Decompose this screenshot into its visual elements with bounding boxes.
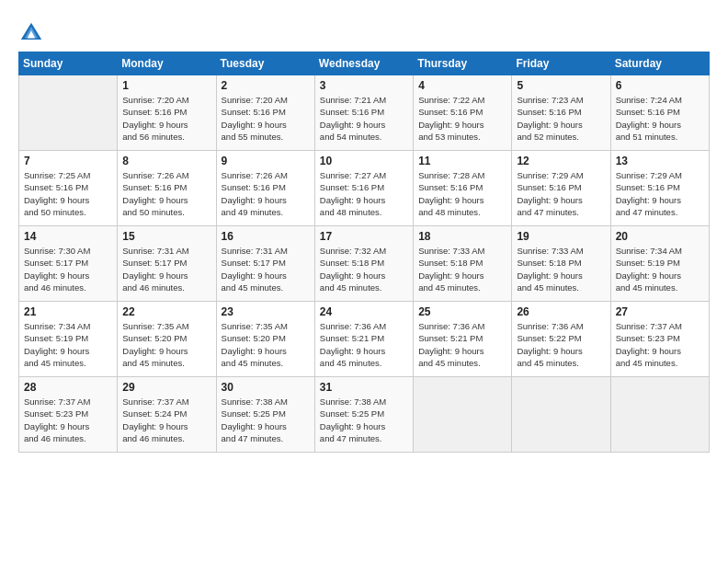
calendar-cell: 10Sunrise: 7:27 AMSunset: 5:16 PMDayligh… (314, 151, 413, 226)
calendar-cell: 3Sunrise: 7:21 AMSunset: 5:16 PMDaylight… (314, 75, 413, 151)
calendar-cell: 30Sunrise: 7:38 AMSunset: 5:25 PMDayligh… (216, 377, 314, 453)
calendar-cell: 23Sunrise: 7:35 AMSunset: 5:20 PMDayligh… (216, 302, 314, 377)
day-number: 11 (418, 155, 506, 167)
calendar-cell: 12Sunrise: 7:29 AMSunset: 5:16 PMDayligh… (512, 151, 610, 226)
day-number: 14 (24, 230, 112, 243)
day-number: 20 (616, 230, 704, 243)
day-info: Sunrise: 7:33 AMSunset: 5:18 PMDaylight:… (418, 245, 506, 293)
day-number: 19 (517, 230, 605, 243)
day-number: 22 (122, 305, 210, 318)
day-number: 2 (222, 79, 310, 92)
calendar-cell: 15Sunrise: 7:31 AMSunset: 5:17 PMDayligh… (118, 226, 216, 302)
day-number: 31 (320, 381, 408, 394)
day-number: 10 (320, 155, 408, 167)
calendar-week-4: 21Sunrise: 7:34 AMSunset: 5:19 PMDayligh… (19, 302, 710, 377)
day-info: Sunrise: 7:31 AMSunset: 5:17 PMDaylight:… (122, 245, 210, 293)
day-info: Sunrise: 7:22 AMSunset: 5:16 PMDaylight:… (418, 94, 506, 143)
day-info: Sunrise: 7:27 AMSunset: 5:16 PMDaylight:… (320, 169, 408, 218)
day-number: 1 (122, 79, 210, 92)
day-number: 24 (320, 305, 408, 318)
day-number: 5 (517, 79, 605, 92)
calendar-cell: 25Sunrise: 7:36 AMSunset: 5:21 PMDayligh… (414, 302, 512, 377)
column-header-saturday: Saturday (610, 52, 709, 75)
day-info: Sunrise: 7:36 AMSunset: 5:21 PMDaylight:… (320, 320, 408, 369)
calendar-cell: 2Sunrise: 7:20 AMSunset: 5:16 PMDaylight… (216, 75, 314, 151)
day-info: Sunrise: 7:29 AMSunset: 5:16 PMDaylight:… (517, 169, 605, 218)
day-number: 25 (418, 305, 506, 318)
day-info: Sunrise: 7:35 AMSunset: 5:20 PMDaylight:… (222, 320, 310, 369)
day-info: Sunrise: 7:36 AMSunset: 5:22 PMDaylight:… (517, 320, 605, 369)
day-number: 23 (222, 305, 310, 318)
column-header-tuesday: Tuesday (216, 52, 314, 75)
logo-icon (18, 20, 44, 46)
day-info: Sunrise: 7:25 AMSunset: 5:16 PMDaylight:… (24, 169, 112, 218)
calendar-cell: 16Sunrise: 7:31 AMSunset: 5:17 PMDayligh… (216, 226, 314, 302)
calendar-cell: 4Sunrise: 7:22 AMSunset: 5:16 PMDaylight… (414, 75, 512, 151)
calendar-cell: 21Sunrise: 7:34 AMSunset: 5:19 PMDayligh… (19, 302, 118, 377)
day-info: Sunrise: 7:38 AMSunset: 5:25 PMDaylight:… (320, 396, 408, 444)
day-number: 12 (517, 155, 605, 167)
day-info: Sunrise: 7:32 AMSunset: 5:18 PMDaylight:… (320, 245, 408, 293)
day-info: Sunrise: 7:37 AMSunset: 5:24 PMDaylight:… (122, 396, 210, 444)
column-header-monday: Monday (118, 52, 216, 75)
day-info: Sunrise: 7:26 AMSunset: 5:16 PMDaylight:… (222, 169, 310, 218)
calendar-cell: 17Sunrise: 7:32 AMSunset: 5:18 PMDayligh… (314, 226, 413, 302)
column-header-wednesday: Wednesday (314, 52, 413, 75)
column-header-sunday: Sunday (19, 52, 118, 75)
calendar-cell: 29Sunrise: 7:37 AMSunset: 5:24 PMDayligh… (118, 377, 216, 453)
calendar-cell: 14Sunrise: 7:30 AMSunset: 5:17 PMDayligh… (19, 226, 118, 302)
calendar-week-1: 1Sunrise: 7:20 AMSunset: 5:16 PMDaylight… (19, 75, 710, 151)
day-number: 8 (122, 155, 210, 167)
day-info: Sunrise: 7:20 AMSunset: 5:16 PMDaylight:… (122, 94, 210, 143)
day-number: 17 (320, 230, 408, 243)
day-number: 28 (24, 381, 112, 394)
day-number: 4 (418, 79, 506, 92)
calendar-table: SundayMondayTuesdayWednesdayThursdayFrid… (18, 52, 710, 453)
calendar-cell: 19Sunrise: 7:33 AMSunset: 5:18 PMDayligh… (512, 226, 610, 302)
day-info: Sunrise: 7:36 AMSunset: 5:21 PMDaylight:… (418, 320, 506, 369)
day-info: Sunrise: 7:24 AMSunset: 5:16 PMDaylight:… (616, 94, 704, 143)
calendar-week-3: 14Sunrise: 7:30 AMSunset: 5:17 PMDayligh… (19, 226, 710, 302)
day-info: Sunrise: 7:35 AMSunset: 5:20 PMDaylight:… (122, 320, 210, 369)
calendar-cell: 9Sunrise: 7:26 AMSunset: 5:16 PMDaylight… (216, 151, 314, 226)
day-info: Sunrise: 7:38 AMSunset: 5:25 PMDaylight:… (222, 396, 310, 444)
day-info: Sunrise: 7:26 AMSunset: 5:16 PMDaylight:… (122, 169, 210, 218)
day-info: Sunrise: 7:28 AMSunset: 5:16 PMDaylight:… (418, 169, 506, 218)
calendar-cell (19, 75, 118, 151)
day-info: Sunrise: 7:33 AMSunset: 5:18 PMDaylight:… (517, 245, 605, 293)
day-info: Sunrise: 7:29 AMSunset: 5:16 PMDaylight:… (616, 169, 704, 218)
day-info: Sunrise: 7:34 AMSunset: 5:19 PMDaylight:… (24, 320, 112, 369)
day-number: 29 (122, 381, 210, 394)
calendar-cell (512, 377, 610, 453)
calendar-week-2: 7Sunrise: 7:25 AMSunset: 5:16 PMDaylight… (19, 151, 710, 226)
day-number: 3 (320, 79, 408, 92)
calendar-cell: 24Sunrise: 7:36 AMSunset: 5:21 PMDayligh… (314, 302, 413, 377)
logo (18, 20, 48, 46)
calendar-cell (610, 377, 709, 453)
calendar-cell: 31Sunrise: 7:38 AMSunset: 5:25 PMDayligh… (314, 377, 413, 453)
calendar-cell: 13Sunrise: 7:29 AMSunset: 5:16 PMDayligh… (610, 151, 709, 226)
day-number: 6 (616, 79, 704, 92)
calendar-week-5: 28Sunrise: 7:37 AMSunset: 5:23 PMDayligh… (19, 377, 710, 453)
calendar-cell: 6Sunrise: 7:24 AMSunset: 5:16 PMDaylight… (610, 75, 709, 151)
day-number: 30 (222, 381, 310, 394)
day-number: 27 (616, 305, 704, 318)
calendar-cell: 5Sunrise: 7:23 AMSunset: 5:16 PMDaylight… (512, 75, 610, 151)
header (18, 17, 710, 46)
day-info: Sunrise: 7:31 AMSunset: 5:17 PMDaylight:… (222, 245, 310, 293)
day-number: 26 (517, 305, 605, 318)
calendar-cell: 20Sunrise: 7:34 AMSunset: 5:19 PMDayligh… (610, 226, 709, 302)
day-info: Sunrise: 7:21 AMSunset: 5:16 PMDaylight:… (320, 94, 408, 143)
day-number: 9 (222, 155, 310, 167)
day-info: Sunrise: 7:23 AMSunset: 5:16 PMDaylight:… (517, 94, 605, 143)
day-info: Sunrise: 7:20 AMSunset: 5:16 PMDaylight:… (222, 94, 310, 143)
day-info: Sunrise: 7:30 AMSunset: 5:17 PMDaylight:… (24, 245, 112, 293)
day-number: 13 (616, 155, 704, 167)
day-info: Sunrise: 7:34 AMSunset: 5:19 PMDaylight:… (616, 245, 704, 293)
day-number: 16 (222, 230, 310, 243)
calendar-cell: 28Sunrise: 7:37 AMSunset: 5:23 PMDayligh… (19, 377, 118, 453)
day-number: 7 (24, 155, 112, 167)
page: SundayMondayTuesdayWednesdayThursdayFrid… (0, 0, 728, 563)
calendar-cell (414, 377, 512, 453)
day-number: 18 (418, 230, 506, 243)
